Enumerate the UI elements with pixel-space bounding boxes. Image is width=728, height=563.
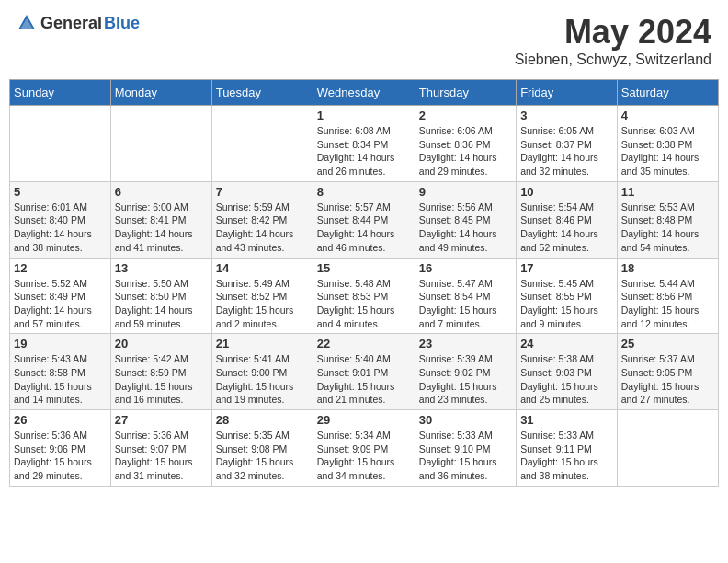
day-number: 13: [115, 261, 208, 275]
day-info: Sunrise: 6:06 AMSunset: 8:36 PMDaylight:…: [419, 124, 512, 178]
day-number: 2: [419, 109, 512, 122]
location-title: Siebnen, Schwyz, Switzerland: [515, 52, 711, 68]
calendar-cell: [10, 106, 111, 182]
day-info: Sunrise: 6:08 AMSunset: 8:34 PMDaylight:…: [317, 124, 411, 178]
day-number: 24: [520, 337, 613, 350]
title-area: May 2024 Siebnen, Schwyz, Switzerland: [515, 13, 711, 68]
day-info: Sunrise: 5:47 AMSunset: 8:54 PMDaylight:…: [419, 277, 512, 331]
day-info: Sunrise: 5:36 AMSunset: 9:06 PMDaylight:…: [14, 429, 107, 483]
calendar-cell: [110, 106, 211, 182]
calendar-cell: 15Sunrise: 5:48 AMSunset: 8:53 PMDayligh…: [313, 258, 415, 334]
header-sunday: Sunday: [10, 80, 111, 106]
day-info: Sunrise: 5:48 AMSunset: 8:53 PMDaylight:…: [317, 277, 411, 331]
day-number: 31: [520, 413, 613, 427]
day-info: Sunrise: 5:40 AMSunset: 9:01 PMDaylight:…: [317, 352, 411, 407]
calendar-table: Sunday Monday Tuesday Wednesday Thursday…: [9, 79, 719, 487]
logo-blue: Blue: [104, 14, 140, 33]
day-number: 12: [14, 261, 107, 275]
logo-general: General: [40, 14, 102, 33]
calendar-cell: 12Sunrise: 5:52 AMSunset: 8:49 PMDayligh…: [10, 258, 111, 334]
month-year-title: May 2024: [515, 13, 711, 52]
calendar-cell: 8Sunrise: 5:57 AMSunset: 8:44 PMDaylight…: [313, 181, 415, 258]
day-number: 15: [317, 261, 411, 275]
day-info: Sunrise: 5:59 AMSunset: 8:42 PMDaylight:…: [216, 201, 309, 255]
calendar-cell: 22Sunrise: 5:40 AMSunset: 9:01 PMDayligh…: [313, 334, 415, 410]
day-number: 5: [14, 185, 107, 199]
day-info: Sunrise: 5:50 AMSunset: 8:50 PMDaylight:…: [115, 277, 208, 331]
day-info: Sunrise: 6:00 AMSunset: 8:41 PMDaylight:…: [115, 201, 208, 255]
day-number: 29: [317, 413, 411, 427]
day-number: 25: [621, 337, 714, 350]
week-row-3: 12Sunrise: 5:52 AMSunset: 8:49 PMDayligh…: [10, 258, 719, 334]
day-number: 23: [419, 337, 512, 350]
header-monday: Monday: [110, 80, 211, 106]
day-number: 19: [14, 337, 107, 350]
day-number: 16: [419, 261, 512, 275]
header-row: Sunday Monday Tuesday Wednesday Thursday…: [10, 80, 719, 106]
day-info: Sunrise: 5:34 AMSunset: 9:09 PMDaylight:…: [317, 429, 411, 483]
calendar-cell: 23Sunrise: 5:39 AMSunset: 9:02 PMDayligh…: [415, 334, 516, 410]
day-info: Sunrise: 5:52 AMSunset: 8:49 PMDaylight:…: [14, 277, 107, 331]
calendar-cell: [617, 410, 718, 487]
calendar-cell: 14Sunrise: 5:49 AMSunset: 8:52 PMDayligh…: [211, 258, 313, 334]
day-number: 1: [317, 109, 411, 122]
day-number: 7: [216, 185, 309, 199]
day-number: 4: [621, 109, 714, 122]
day-number: 9: [419, 185, 512, 199]
calendar-cell: 31Sunrise: 5:33 AMSunset: 9:11 PMDayligh…: [517, 410, 618, 487]
day-info: Sunrise: 5:41 AMSunset: 9:00 PMDaylight:…: [216, 352, 309, 407]
day-number: 21: [216, 337, 309, 350]
page-header: GeneralBlue May 2024 Siebnen, Schwyz, Sw…: [9, 9, 719, 72]
calendar-cell: 4Sunrise: 6:03 AMSunset: 8:38 PMDaylight…: [617, 106, 718, 182]
logo: GeneralBlue: [17, 13, 140, 33]
calendar-cell: 9Sunrise: 5:56 AMSunset: 8:45 PMDaylight…: [415, 181, 516, 258]
calendar-cell: 29Sunrise: 5:34 AMSunset: 9:09 PMDayligh…: [313, 410, 415, 487]
day-info: Sunrise: 5:42 AMSunset: 8:59 PMDaylight:…: [115, 352, 208, 407]
day-number: 8: [317, 185, 411, 199]
header-wednesday: Wednesday: [313, 80, 415, 106]
calendar-cell: 11Sunrise: 5:53 AMSunset: 8:48 PMDayligh…: [617, 181, 718, 258]
day-number: 14: [216, 261, 309, 275]
day-info: Sunrise: 6:01 AMSunset: 8:40 PMDaylight:…: [14, 201, 107, 255]
calendar-cell: 24Sunrise: 5:38 AMSunset: 9:03 PMDayligh…: [517, 334, 618, 410]
day-info: Sunrise: 5:38 AMSunset: 9:03 PMDaylight:…: [520, 352, 613, 407]
calendar-cell: 7Sunrise: 5:59 AMSunset: 8:42 PMDaylight…: [211, 181, 313, 258]
calendar-cell: 30Sunrise: 5:33 AMSunset: 9:10 PMDayligh…: [415, 410, 516, 487]
day-info: Sunrise: 5:37 AMSunset: 9:05 PMDaylight:…: [621, 352, 714, 407]
day-info: Sunrise: 6:03 AMSunset: 8:38 PMDaylight:…: [621, 124, 714, 178]
day-info: Sunrise: 5:49 AMSunset: 8:52 PMDaylight:…: [216, 277, 309, 331]
calendar-cell: 26Sunrise: 5:36 AMSunset: 9:06 PMDayligh…: [10, 410, 111, 487]
calendar-cell: 3Sunrise: 6:05 AMSunset: 8:37 PMDaylight…: [517, 106, 618, 182]
calendar-cell: 10Sunrise: 5:54 AMSunset: 8:46 PMDayligh…: [517, 181, 618, 258]
day-info: Sunrise: 5:53 AMSunset: 8:48 PMDaylight:…: [621, 201, 714, 255]
day-number: 3: [520, 109, 613, 122]
day-number: 30: [419, 413, 512, 427]
day-number: 27: [115, 413, 208, 427]
header-tuesday: Tuesday: [211, 80, 313, 106]
day-number: 10: [520, 185, 613, 199]
day-number: 6: [115, 185, 208, 199]
header-friday: Friday: [517, 80, 618, 106]
calendar-cell: 21Sunrise: 5:41 AMSunset: 9:00 PMDayligh…: [211, 334, 313, 410]
day-info: Sunrise: 5:44 AMSunset: 8:56 PMDaylight:…: [621, 277, 714, 331]
calendar-cell: 16Sunrise: 5:47 AMSunset: 8:54 PMDayligh…: [415, 258, 516, 334]
day-number: 22: [317, 337, 411, 350]
calendar-cell: 2Sunrise: 6:06 AMSunset: 8:36 PMDaylight…: [415, 106, 516, 182]
calendar-cell: 5Sunrise: 6:01 AMSunset: 8:40 PMDaylight…: [10, 181, 111, 258]
day-info: Sunrise: 6:05 AMSunset: 8:37 PMDaylight:…: [520, 124, 613, 178]
week-row-2: 5Sunrise: 6:01 AMSunset: 8:40 PMDaylight…: [10, 181, 719, 258]
day-number: 11: [621, 185, 714, 199]
day-number: 26: [14, 413, 107, 427]
header-thursday: Thursday: [415, 80, 516, 106]
day-number: 18: [621, 261, 714, 275]
calendar-cell: 20Sunrise: 5:42 AMSunset: 8:59 PMDayligh…: [110, 334, 211, 410]
calendar-cell: 28Sunrise: 5:35 AMSunset: 9:08 PMDayligh…: [211, 410, 313, 487]
day-number: 20: [115, 337, 208, 350]
day-info: Sunrise: 5:35 AMSunset: 9:08 PMDaylight:…: [216, 429, 309, 483]
day-info: Sunrise: 5:36 AMSunset: 9:07 PMDaylight:…: [115, 429, 208, 483]
day-info: Sunrise: 5:56 AMSunset: 8:45 PMDaylight:…: [419, 201, 512, 255]
calendar-cell: 13Sunrise: 5:50 AMSunset: 8:50 PMDayligh…: [110, 258, 211, 334]
calendar-cell: 25Sunrise: 5:37 AMSunset: 9:05 PMDayligh…: [617, 334, 718, 410]
day-info: Sunrise: 5:57 AMSunset: 8:44 PMDaylight:…: [317, 201, 411, 255]
week-row-4: 19Sunrise: 5:43 AMSunset: 8:58 PMDayligh…: [10, 334, 719, 410]
